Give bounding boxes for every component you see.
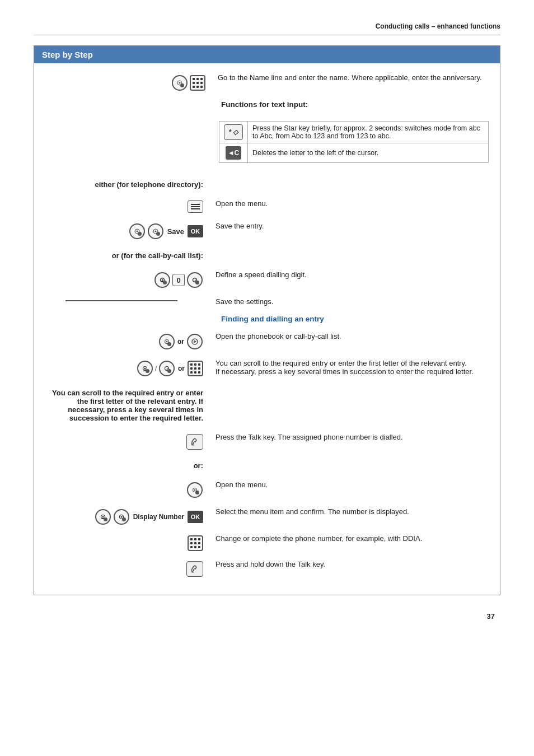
page-title: Conducting calls – enhanced functions	[376, 22, 500, 30]
define-speed-text: Define a speed dialling digit.	[216, 270, 307, 279]
step-by-step-header: Step by Step	[34, 46, 500, 63]
right-col-finding: Finding and dialling an entry	[219, 315, 494, 323]
svg-point-8	[162, 279, 163, 281]
talk-key-icon-2	[186, 561, 203, 577]
right-col-display-number: Select the menu item and confirm. The nu…	[213, 507, 494, 516]
text-input-table-container: * ◇ Press the Star key briefly, for appr…	[219, 118, 489, 167]
step-by-step-label: Step by Step	[42, 50, 93, 59]
step-by-step-box: Step by Step	[34, 45, 500, 595]
phone-icon-display-2	[114, 509, 129, 525]
left-col-press-hold	[40, 560, 213, 577]
svg-point-3	[136, 231, 138, 232]
zero-key-icon: 0	[172, 274, 185, 286]
row-display-number: Display Number OK Select the menu item a…	[34, 505, 500, 528]
table-row-star: * ◇ Press the Star key briefly, for appr…	[219, 122, 489, 143]
change-number-text: Change or complete the phone number, for…	[216, 534, 422, 543]
or-call-by-call-text: or (for the call-by-call list):	[112, 250, 203, 262]
right-col-press-hold: Press and hold down the Talk key.	[213, 560, 494, 568]
svg-point-26	[102, 516, 104, 518]
right-col-open-phonebook: Open the phonebook or call-by-call list.	[213, 332, 494, 340]
right-col-open-menu: Open the menu.	[213, 199, 494, 208]
icons-row-phonebook: or	[158, 333, 203, 350]
open-menu2-text: Open the menu.	[216, 480, 268, 489]
c-key-cell: ◄C	[219, 143, 248, 163]
row-press-talk: Press the Talk key. The assigned phone n…	[34, 431, 500, 452]
right-col-change-number: Change or complete the phone number, for…	[213, 534, 494, 543]
row-or-call-by-call: or (for the call-by-call list):	[34, 246, 500, 264]
left-col-save-settings	[40, 297, 213, 303]
left-col-save: Save OK	[40, 222, 213, 240]
select-menu-text: Select the menu item and confirm. The nu…	[216, 507, 409, 516]
svg-point-5	[154, 231, 156, 232]
icons-row-press-hold	[186, 561, 203, 577]
svg-text:▶: ▶	[195, 280, 198, 283]
text-input-table: * ◇ Press the Star key briefly, for appr…	[219, 121, 489, 163]
svg-point-13	[166, 341, 168, 343]
row-either2: You can scroll to the required entry or …	[34, 384, 500, 426]
row-save-settings: Save the settings.	[34, 295, 500, 308]
left-col-go-to-name	[42, 73, 216, 91]
icons-row-change-number	[188, 535, 203, 551]
either-label-text: either (for telephone directory):	[95, 179, 203, 190]
left-col-either: either (for telephone directory):	[40, 178, 213, 190]
svg-point-23	[194, 489, 196, 491]
talk-key-icon-1	[186, 434, 203, 450]
save-entry-text: Save the entry.	[216, 222, 264, 230]
phone-icon-phonebook	[159, 334, 175, 349]
row-text-table: * ◇ Press the Star key briefly, for appr…	[34, 115, 500, 170]
left-col-speed: 0 ▶	[40, 270, 213, 288]
save-settings-text: Save the settings.	[216, 297, 273, 306]
row-functions-heading: Functions for text input:	[34, 98, 500, 111]
svg-text:▶: ▶	[167, 368, 170, 371]
row-open-phonebook: or Open the phonebook or call-by-call li…	[34, 330, 500, 352]
press-hold-talk-text: Press and hold down the Talk key.	[216, 560, 325, 568]
open-menu-text: Open the menu.	[216, 199, 268, 208]
go-to-name-text: Go to the Name line and enter the name. …	[218, 73, 482, 82]
phone-icon-scroll-1	[137, 361, 153, 376]
or2-label-text: or:	[194, 460, 203, 472]
ok-button-display: OK	[188, 511, 203, 523]
ok-button-save: OK	[188, 225, 203, 237]
svg-rect-17	[144, 370, 146, 371]
left-col-change-number	[40, 534, 213, 551]
left-col-or-cbc: or (for the call-by-call list):	[40, 249, 213, 262]
keypad-icon-scroll	[188, 361, 203, 376]
row-go-to-name: Go to the Name line and enter the name. …	[34, 68, 500, 94]
left-col-open-menu	[40, 199, 213, 213]
right-col-save-entry: Save the entry.	[213, 222, 494, 230]
right-col-go-to-name: Go to the Name line and enter the name. …	[216, 73, 492, 82]
functions-heading-text: Functions for text input:	[221, 100, 308, 109]
row-either-label: either (for telephone directory):	[34, 175, 500, 193]
row-scroll-entry: / ▶ or	[34, 357, 500, 379]
svg-rect-25	[102, 518, 104, 519]
left-col-either2: You can scroll to the required entry or …	[40, 386, 213, 424]
scroll-entry-text: You can scroll to the required entry or …	[216, 359, 474, 376]
svg-rect-7	[161, 281, 163, 282]
left-col-or2: or:	[40, 459, 213, 472]
icons-row-menu2	[186, 482, 203, 498]
menu-icon	[188, 200, 203, 213]
row-define-speed: 0 ▶ Define a speed dialling digit.	[34, 268, 500, 291]
left-col-display-number: Display Number OK	[40, 507, 213, 525]
star-key-icon: * ◇	[224, 124, 243, 140]
row-change-number: Change or complete the phone number, for…	[34, 532, 500, 553]
or-text-2: or	[178, 365, 185, 372]
left-col-open-menu2	[40, 480, 213, 498]
icons-row-go-to-name	[171, 74, 205, 91]
row-save-entry: Save OK Save the entry.	[34, 220, 500, 242]
slash-text: /	[155, 365, 157, 372]
svg-marker-15	[194, 340, 196, 343]
star-key-desc: Press the Star key briefly, for approx. …	[248, 122, 489, 143]
display-number-label: Display Number	[133, 513, 184, 521]
or-text-1: or	[177, 338, 184, 346]
phone-icon-speed-1	[154, 272, 170, 288]
right-col-functions: Functions for text input:	[219, 100, 494, 109]
phone-icon-save-2	[148, 223, 163, 239]
table-row-c: ◄C Deletes the letter to the left of the…	[219, 143, 489, 163]
keypad-icon-1	[190, 75, 205, 91]
right-col-press-talk: Press the Talk key. The assigned phone n…	[213, 433, 494, 441]
icons-row-display-number: Display Number OK	[95, 508, 203, 525]
phone-icon-menu2	[187, 482, 203, 498]
phone-icon-speed-2: ▶	[187, 272, 203, 288]
divider-line	[65, 300, 177, 301]
